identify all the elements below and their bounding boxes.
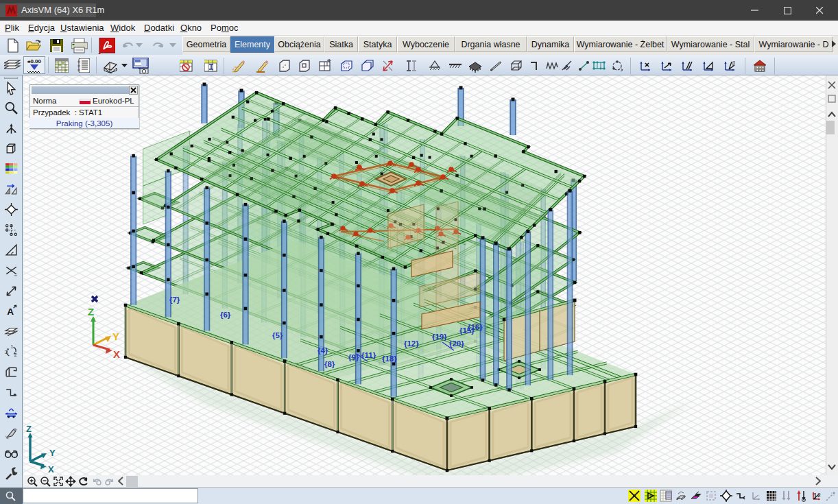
svg-text:{20}: {20} bbox=[449, 339, 464, 348]
svg-text:{6}: {6} bbox=[220, 311, 231, 319]
svg-text:{7}: {7} bbox=[169, 296, 180, 304]
svg-text:{18}: {18} bbox=[382, 355, 397, 363]
svg-text:β: β bbox=[732, 60, 735, 66]
svg-text:1: 1 bbox=[10, 344, 13, 349]
svg-text:{4}: {4} bbox=[318, 346, 328, 355]
svg-text:{5}: {5} bbox=[272, 331, 283, 339]
svg-text:X: X bbox=[48, 464, 54, 475]
svg-text:Y: Y bbox=[49, 448, 56, 458]
svg-text:{19}: {19} bbox=[432, 333, 447, 341]
svg-text:3: 3 bbox=[5, 350, 8, 355]
svg-text:X: X bbox=[113, 348, 120, 360]
svg-text:1²: 1² bbox=[813, 491, 821, 501]
svg-text:±0.00: ±0.00 bbox=[27, 58, 42, 64]
svg-text:Z: Z bbox=[26, 424, 32, 434]
svg-text:A: A bbox=[7, 307, 14, 317]
svg-text:{16}: {16} bbox=[468, 323, 483, 331]
svg-text:Y: Y bbox=[112, 331, 119, 342]
svg-text:{8}: {8} bbox=[324, 360, 335, 368]
svg-text:{12}: {12} bbox=[404, 339, 419, 348]
svg-text:Z: Z bbox=[88, 306, 94, 317]
svg-text:{11}: {11} bbox=[361, 351, 376, 359]
